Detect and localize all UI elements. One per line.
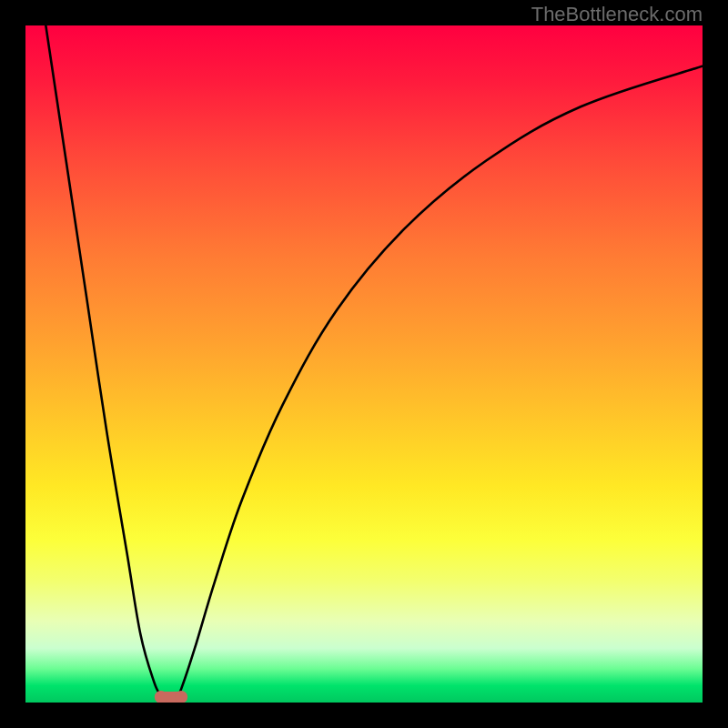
min-left-marker <box>155 691 167 703</box>
min-right-marker <box>175 691 187 703</box>
bottleneck-chart <box>25 25 703 703</box>
curve-left-branch <box>46 25 164 703</box>
bottleneck-curve <box>25 25 703 703</box>
curve-right-branch <box>175 66 703 703</box>
chart-frame: TheBottleneck.com <box>0 0 728 728</box>
watermark-text: TheBottleneck.com <box>531 3 703 26</box>
